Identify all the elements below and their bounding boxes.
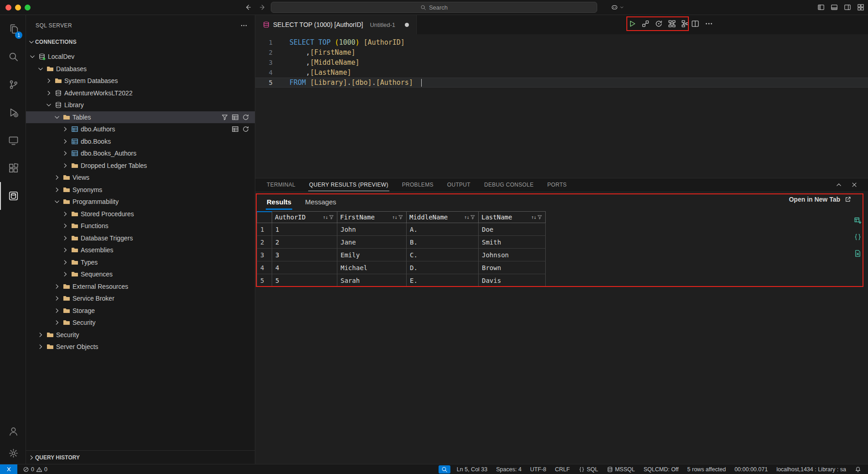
grid-cell[interactable]: 5 <box>272 274 337 287</box>
tree-item-stored-procedures[interactable]: Stored Procedures <box>26 208 255 220</box>
save-as-csv-button[interactable] <box>854 217 862 226</box>
tree-item-synonyms[interactable]: Synonyms <box>26 184 255 196</box>
grid-cell[interactable]: Johnson <box>479 249 546 261</box>
grid-cell[interactable]: Michael <box>337 261 407 274</box>
activity-item-run-debug[interactable] <box>0 99 26 126</box>
results-tab-messages[interactable]: Messages <box>304 195 337 210</box>
zoom-window-button[interactable] <box>25 5 31 10</box>
grid-cell[interactable]: E. <box>407 274 479 287</box>
refresh-action-icon[interactable] <box>242 114 249 121</box>
tree-item-dbo-books-authors[interactable]: dbo.Books_Authors <box>26 147 255 160</box>
grid-cell[interactable]: 2 <box>272 236 337 249</box>
tree-item-storage[interactable]: Storage <box>26 305 255 317</box>
grid-cell[interactable]: B. <box>407 236 479 249</box>
remote-indicator[interactable] <box>0 464 17 474</box>
action-change-connection[interactable] <box>655 20 663 30</box>
panel-tab-ports[interactable]: PORTS <box>547 178 568 191</box>
grid-cell[interactable]: 3 <box>272 249 337 261</box>
filter-action-icon[interactable] <box>221 114 228 121</box>
action-split-editor[interactable] <box>691 20 699 30</box>
status-eol[interactable]: CRLF <box>553 464 572 474</box>
tree-item-security[interactable]: Security <box>26 317 255 329</box>
grid-cell[interactable]: Emily <box>337 249 407 261</box>
filter-icon[interactable] <box>329 214 334 220</box>
action-disconnect[interactable] <box>641 20 650 30</box>
editor-tab[interactable]: SELECT TOP (1000) [AuthorID] Untitled-1 <box>255 15 417 34</box>
status-mssql-provider[interactable]: MSSQL <box>604 464 637 474</box>
status-notifications[interactable] <box>852 464 863 474</box>
query-history-section-header[interactable]: QUERY HISTORY <box>26 450 255 464</box>
activity-item-settings[interactable] <box>0 442 26 464</box>
row-number-cell[interactable]: 2 <box>257 236 272 249</box>
tree-item-system-databases[interactable]: System Databases <box>26 75 255 87</box>
row-number-cell[interactable]: 5 <box>257 274 272 287</box>
grid-cell[interactable]: Brown <box>479 261 546 274</box>
minimize-window-button[interactable] <box>15 5 21 10</box>
tree-item-external-resources[interactable]: External Resources <box>26 281 255 293</box>
grid-corner-cell[interactable] <box>257 211 272 223</box>
status-indentation[interactable]: Spaces: 4 <box>494 464 524 474</box>
filter-icon[interactable] <box>398 214 403 220</box>
copilot-menu[interactable] <box>611 4 624 11</box>
grid-cell[interactable]: Sarah <box>337 274 407 287</box>
maximize-panel-icon[interactable] <box>835 181 842 188</box>
grid-column-header-middlename[interactable]: MiddleName↑↓ <box>407 211 479 223</box>
modified-indicator[interactable] <box>405 23 409 27</box>
grid-cell[interactable]: Smith <box>479 236 546 249</box>
status-encoding[interactable]: UTF-8 <box>528 464 548 474</box>
activity-item-sql-server[interactable] <box>0 182 26 210</box>
tree-item-security[interactable]: Security <box>26 329 255 341</box>
connections-section-header[interactable]: CONNECTIONS <box>26 36 255 48</box>
filter-icon[interactable] <box>470 214 475 220</box>
action-run-query[interactable] <box>628 20 636 30</box>
open-in-new-tab-button[interactable]: Open in New Tab <box>789 196 852 203</box>
panel-tab-debug-console[interactable]: DEBUG CONSOLE <box>483 178 535 191</box>
grid-cell[interactable]: Jane <box>337 236 407 249</box>
tree-item-dropped-ledger-tables[interactable]: Dropped Ledger Tables <box>26 160 255 172</box>
sort-icon[interactable]: ↑↓ <box>464 214 469 220</box>
results-tab-results[interactable]: Results <box>266 195 292 210</box>
activity-item-remote-explorer[interactable] <box>0 126 26 154</box>
customize-layout-icon[interactable] <box>857 4 864 11</box>
tree-item-server-objects[interactable]: Server Objects <box>26 341 255 353</box>
activity-item-source-control[interactable] <box>0 71 26 99</box>
tree-item-assemblies[interactable]: Assemblies <box>26 244 255 256</box>
forward-arrow-icon[interactable] <box>259 4 266 11</box>
grid-column-header-firstname[interactable]: FirstName↑↓ <box>337 211 407 223</box>
tree-item-views[interactable]: Views <box>26 172 255 184</box>
status-query-time[interactable]: 00:00:00.071 <box>732 464 770 474</box>
action-more-actions[interactable] <box>705 20 713 30</box>
grid-column-header-lastname[interactable]: LastName↑↓ <box>479 211 546 223</box>
problems-status[interactable]: 0 0 <box>19 464 51 474</box>
toggle-primary-sidebar-icon[interactable] <box>817 4 825 11</box>
status-rows-affected[interactable]: 5 rows affected <box>685 464 728 474</box>
status-sqlcmd-mode[interactable]: SQLCMD: Off <box>641 464 681 474</box>
status-language-mode[interactable]: SQL <box>576 464 600 474</box>
grid-cell[interactable]: John <box>337 223 407 236</box>
tree-item-library[interactable]: Library <box>26 99 255 111</box>
activity-item-explorer[interactable]: 1 <box>0 15 26 43</box>
grid-column-header-authorid[interactable]: AuthorID↑↓ <box>272 211 337 223</box>
action-actual-plan[interactable] <box>681 20 689 30</box>
refresh-action-icon[interactable] <box>242 125 249 133</box>
sort-icon[interactable]: ↑↓ <box>531 214 536 220</box>
tree-item-database-triggers[interactable]: Database Triggers <box>26 232 255 245</box>
grid-cell[interactable]: 4 <box>272 261 337 274</box>
row-number-cell[interactable]: 3 <box>257 249 272 261</box>
tree-item-sequences[interactable]: Sequences <box>26 268 255 281</box>
tree-item-types[interactable]: Types <box>26 256 255 269</box>
row-number-cell[interactable]: 1 <box>257 223 272 236</box>
status-zoom-indicator[interactable] <box>439 465 450 474</box>
row-number-cell[interactable]: 4 <box>257 261 272 274</box>
panel-tab-terminal[interactable]: TERMINAL <box>266 178 296 191</box>
tree-item-service-broker[interactable]: Service Broker <box>26 292 255 305</box>
tree-item-functions[interactable]: Functions <box>26 220 255 232</box>
tree-item-databases[interactable]: Databases <box>26 63 255 75</box>
grid-cell[interactable]: C. <box>407 249 479 261</box>
save-as-json-button[interactable] <box>854 233 862 243</box>
activity-item-accounts[interactable] <box>0 420 26 442</box>
tree-item-dbo-authors[interactable]: dbo.Authors <box>26 123 255 135</box>
filter-icon[interactable] <box>537 214 542 220</box>
panel-tab-output[interactable]: OUTPUT <box>446 178 471 191</box>
panel-tab-problems[interactable]: PROBLEMS <box>401 178 434 191</box>
